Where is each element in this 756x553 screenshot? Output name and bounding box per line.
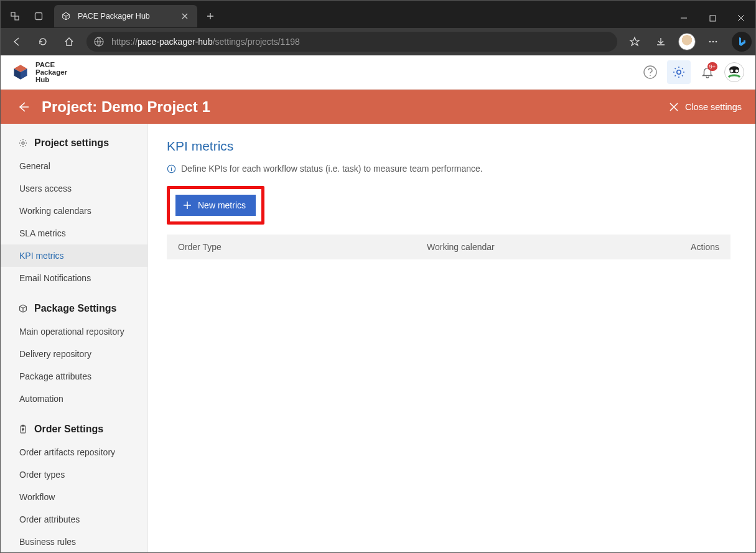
downloads-button[interactable] <box>648 29 673 54</box>
tablist-icon[interactable] <box>27 4 50 28</box>
tab-title: PACE Packager Hub <box>78 12 150 21</box>
sidebar-item-order-types[interactable]: Order types <box>1 463 147 486</box>
sidebar-section-label: Order Settings <box>34 424 103 435</box>
sidebar-item-order-attributes[interactable]: Order attributes <box>1 508 147 531</box>
profile-button[interactable] <box>674 29 699 54</box>
close-settings-label: Close settings <box>685 102 742 112</box>
sidebar-item-business-rules[interactable]: Business rules <box>1 531 147 552</box>
bing-icon <box>735 35 748 48</box>
back-button[interactable] <box>4 29 29 54</box>
close-window-button[interactable] <box>727 8 755 28</box>
svg-rect-2 <box>35 13 42 20</box>
home-button[interactable] <box>57 29 82 54</box>
sidebar-item-working-calendars[interactable]: Working calendars <box>1 200 147 222</box>
new-metrics-button[interactable]: New metrics <box>175 195 256 216</box>
svg-rect-0 <box>11 12 15 16</box>
svg-point-13 <box>735 69 739 73</box>
highlight-annotation: New metrics <box>167 186 264 225</box>
new-metrics-label: New metrics <box>198 200 246 210</box>
notifications-button[interactable]: 9+ <box>696 60 719 84</box>
project-banner: Project: Demo Project 1 Close settings <box>1 90 755 124</box>
banner-back-button[interactable] <box>14 98 32 116</box>
gear-icon <box>18 138 28 148</box>
svg-rect-3 <box>710 16 716 21</box>
url-scheme: https:// <box>111 37 138 47</box>
sidebar-section-project-settings: Project settings <box>1 135 147 155</box>
sidebar-item-workflow[interactable]: Workflow <box>1 486 147 508</box>
url-path: /settings/projects/1198 <box>213 37 300 47</box>
sidebar-item-delivery-repository[interactable]: Delivery repository <box>1 343 147 365</box>
url-field[interactable]: https://pace-packager-hub/settings/proje… <box>86 32 617 52</box>
col-order-type: Order Type <box>178 242 427 252</box>
new-tab-button[interactable] <box>201 7 220 26</box>
sidebar-section-order-settings: Order Settings <box>1 421 147 441</box>
svg-point-9 <box>650 75 651 77</box>
svg-point-12 <box>730 69 734 73</box>
app-favicon-icon <box>62 12 70 21</box>
svg-point-14 <box>22 142 24 144</box>
browser-tab[interactable]: PACE Packager Hub <box>54 5 197 27</box>
sidebar-item-package-attributes[interactable]: Package attributes <box>1 365 147 388</box>
bing-button[interactable] <box>732 32 752 52</box>
page-title: KPI metrics <box>167 139 730 154</box>
close-settings-button[interactable]: Close settings <box>669 102 742 112</box>
user-avatar[interactable] <box>724 62 744 82</box>
sidebar-section-label: Package Settings <box>34 303 117 314</box>
svg-point-7 <box>716 40 717 42</box>
cube-icon <box>18 304 28 314</box>
info-text: Define KPIs for each workflow status (i.… <box>181 164 483 174</box>
sidebar-item-automation[interactable]: Automation <box>1 388 147 410</box>
sidebar-section-package-settings: Package Settings <box>1 300 147 320</box>
clipboard-icon <box>18 424 28 434</box>
sidebar-item-kpi-metrics[interactable]: KPI metrics <box>1 244 147 267</box>
sidebar-item-order-artifacts-repository[interactable]: Order artifacts repository <box>1 441 147 463</box>
svg-point-5 <box>709 40 711 42</box>
sidebar-item-main-operational-repository[interactable]: Main operational repository <box>1 320 147 343</box>
site-info-icon[interactable] <box>90 33 108 50</box>
content-area: KPI metrics Define KPIs for each workflo… <box>148 124 755 552</box>
profile-avatar-icon <box>678 33 696 50</box>
sidebar: Project settingsGeneralUsers accessWorki… <box>1 124 148 552</box>
notifications-badge: 9+ <box>707 62 717 71</box>
avatar-icon <box>725 63 744 81</box>
help-icon <box>643 65 658 80</box>
refresh-button[interactable] <box>30 29 55 54</box>
app-logo-text: PACE Packager Hub <box>35 61 67 83</box>
project-title: Project: Demo Project 1 <box>42 98 210 116</box>
settings-button[interactable] <box>667 60 691 84</box>
maximize-button[interactable] <box>698 8 727 28</box>
col-working-calendar: Working calendar <box>427 242 670 252</box>
minimize-button[interactable] <box>670 8 698 28</box>
svg-point-6 <box>712 40 714 42</box>
gear-icon <box>671 65 686 80</box>
info-icon <box>167 164 176 174</box>
info-line: Define KPIs for each workflow status (i.… <box>167 164 730 174</box>
titlebar: PACE Packager Hub <box>1 1 755 28</box>
sidebar-item-sla-metrics[interactable]: SLA metrics <box>1 222 147 244</box>
col-actions: Actions <box>670 242 719 252</box>
plus-icon <box>183 201 192 210</box>
arrow-left-icon <box>16 100 30 114</box>
sidebar-section-label: Project settings <box>34 137 109 149</box>
app-header: PACE Packager Hub 9+ <box>1 55 755 90</box>
svg-rect-1 <box>15 16 19 20</box>
metrics-table: Order Type Working calendar Actions <box>167 235 730 259</box>
table-header-row: Order Type Working calendar Actions <box>167 235 730 259</box>
help-button[interactable] <box>638 60 662 84</box>
workspaces-icon[interactable] <box>3 4 27 28</box>
tab-close-icon[interactable] <box>180 11 190 21</box>
sidebar-item-general[interactable]: General <box>1 155 147 177</box>
svg-point-10 <box>677 70 681 74</box>
favorites-button[interactable] <box>622 29 647 54</box>
sidebar-item-users-access[interactable]: Users access <box>1 177 147 200</box>
sidebar-item-email-notifications[interactable]: Email Notifications <box>1 267 147 289</box>
more-button[interactable] <box>701 29 726 54</box>
url-host: pace-packager-hub <box>138 37 213 47</box>
address-bar: https://pace-packager-hub/settings/proje… <box>1 28 755 55</box>
app-logo-icon <box>12 63 29 81</box>
close-icon <box>669 102 679 112</box>
